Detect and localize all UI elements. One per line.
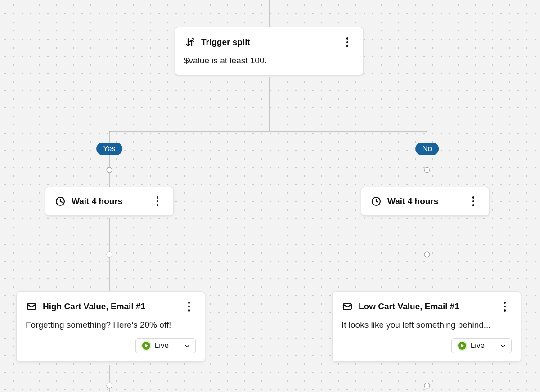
wait-card-right[interactable]: Wait 4 hours bbox=[361, 187, 490, 216]
email-card-left[interactable]: High Cart Value, Email #1 Forgetting som… bbox=[16, 291, 205, 362]
trigger-split-card[interactable]: Trigger split $value is at least 100. bbox=[175, 27, 364, 75]
status-label: Live bbox=[471, 341, 485, 350]
split-icon bbox=[184, 36, 196, 48]
more-icon bbox=[346, 37, 349, 47]
more-icon bbox=[188, 302, 190, 312]
more-button[interactable] bbox=[341, 36, 354, 49]
connector-node[interactable] bbox=[424, 252, 430, 258]
svg-point-10 bbox=[193, 38, 194, 39]
connector-node[interactable] bbox=[424, 383, 430, 389]
more-button[interactable] bbox=[498, 300, 512, 313]
more-button[interactable] bbox=[467, 195, 480, 208]
email-title-right: Low Cart Value, Email #1 bbox=[359, 302, 493, 312]
more-button[interactable] bbox=[182, 300, 196, 313]
clock-icon bbox=[370, 196, 382, 207]
branch-label-no: No bbox=[415, 143, 439, 155]
flow-canvas[interactable]: Yes No Trigger split $value is at least … bbox=[0, 0, 540, 392]
status-dropdown[interactable]: Live bbox=[451, 338, 512, 353]
more-button[interactable] bbox=[151, 195, 164, 208]
wait-title-right: Wait 4 hours bbox=[387, 196, 461, 207]
trigger-split-title: Trigger split bbox=[201, 37, 335, 48]
svg-point-9 bbox=[192, 38, 193, 39]
connector-node[interactable] bbox=[107, 383, 112, 389]
clock-icon bbox=[54, 196, 66, 207]
status-label: Live bbox=[155, 341, 169, 350]
status-dropdown[interactable]: Live bbox=[135, 338, 196, 353]
chevron-down-icon bbox=[495, 339, 511, 352]
email-card-right[interactable]: Low Cart Value, Email #1 It looks like y… bbox=[332, 291, 521, 362]
chevron-down-icon bbox=[179, 339, 195, 352]
branch-label-yes: Yes bbox=[96, 143, 122, 155]
more-icon bbox=[472, 196, 475, 206]
more-icon bbox=[157, 196, 159, 206]
connector-node[interactable] bbox=[107, 167, 112, 173]
email-preview-right: It looks like you left something behind.… bbox=[342, 320, 512, 331]
email-icon bbox=[26, 301, 37, 312]
email-icon bbox=[342, 301, 353, 312]
wait-card-left[interactable]: Wait 4 hours bbox=[45, 187, 174, 216]
live-status-icon bbox=[142, 342, 150, 350]
wait-title-left: Wait 4 hours bbox=[72, 196, 145, 207]
connector-node[interactable] bbox=[424, 167, 430, 173]
connector-node[interactable] bbox=[107, 252, 112, 258]
live-status-icon bbox=[458, 342, 466, 350]
more-icon bbox=[504, 302, 506, 312]
email-title-left: High Cart Value, Email #1 bbox=[43, 302, 177, 312]
email-preview-left: Forgetting something? Here's 20% off! bbox=[26, 320, 196, 331]
trigger-split-description: $value is at least 100. bbox=[184, 55, 354, 67]
